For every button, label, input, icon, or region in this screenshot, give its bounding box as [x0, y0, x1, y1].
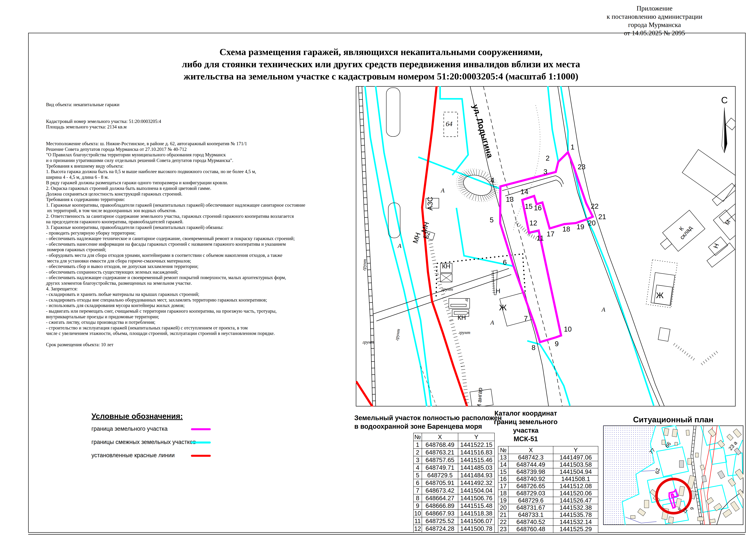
description-line [46, 336, 352, 342]
vertex-number: 2 [546, 154, 550, 162]
description-line: Местоположение объекта: ш. Нижне-Ростинс… [46, 141, 352, 147]
coords-cell: 3 [414, 456, 422, 464]
legend-item-swatch [191, 455, 211, 457]
catalog-title-line: МСК-51 [483, 435, 568, 443]
north-label: С [721, 95, 728, 105]
coords-row: 14648744.491441503.58 [498, 461, 598, 468]
coords-col-header: № [414, 433, 422, 441]
coords-cell: 648705.91 [422, 479, 458, 487]
vertex-number: 6 [503, 258, 507, 266]
map-label: грунт [459, 330, 470, 335]
situational-plan-map: 66776223 а8129 [603, 426, 743, 525]
coords-cell: 648667.93 [422, 510, 458, 517]
coords-cell: 648729.5 [422, 471, 458, 479]
coords-cell: 1441503.58 [553, 461, 598, 468]
map-label: грунт [361, 259, 367, 271]
catalog-title-line: границ земельного [483, 418, 568, 426]
coords-cell: 648739.98 [508, 468, 553, 475]
description-line: места для установки емкости для сбора го… [46, 258, 352, 264]
description-line: - обеспечивать нанесение информации на ф… [46, 241, 352, 247]
coords-cell: 7 [414, 487, 422, 494]
coords-cell: 1441535.78 [553, 511, 598, 519]
coords-cell: 14 [498, 461, 508, 468]
map-label: 64 [446, 120, 452, 127]
description-line [46, 135, 352, 141]
annotation-line: Приложение [565, 4, 744, 13]
coords-cell: 17 [498, 483, 508, 490]
map-label: АЗС [426, 197, 434, 211]
coords-cell: 648742.3 [508, 454, 553, 461]
coords-row: 1648768.491441522.15 [414, 441, 495, 449]
map-label: М ангар [476, 387, 483, 407]
coords-cell: 648768.49 [422, 441, 458, 449]
description-line: 3. Гаражные кооперативы, правообладатели… [46, 225, 352, 230]
vertex-number: 1 [571, 143, 575, 151]
coords-cell: 648749.71 [422, 464, 458, 471]
map-label: Н [496, 287, 500, 295]
description-line: Решение Совета депутатов города Мурманск… [46, 147, 352, 152]
description-line: - проводить регулярную уборку территории… [46, 230, 352, 236]
coords-cell: 16 [498, 475, 508, 483]
description-line: Срок размещения объекта: 10 лет [46, 342, 352, 348]
description-line: и о признании утратившими силу отдельных… [46, 158, 352, 163]
coords-cell: 23 [498, 525, 508, 533]
coords-row: 12648724.281441500.78 [414, 525, 495, 532]
coords-cell: 648740.52 [508, 519, 553, 525]
description-line: 2. Окраска гаражных строений должна быть… [46, 185, 352, 191]
coords-row: 16648740.921441508.1 [498, 475, 598, 483]
coords-row: 21648733.11441535.78 [498, 511, 598, 519]
description-line: - обеспечивать сбор и вывоз отходов, не … [46, 264, 352, 269]
vertex-number: 18 [562, 225, 570, 233]
description-line: - оборудовать места для сбора отходов ур… [46, 253, 352, 258]
coords-row: 10648667.931441518.38 [414, 510, 495, 517]
coords-cell: 1441508.1 [553, 475, 598, 483]
coords-cell: 1441522.15 [458, 441, 495, 449]
coords-cell: 1441518.38 [458, 510, 495, 517]
map-label: Ж [499, 303, 507, 312]
coords-cell: 648760.48 [508, 525, 553, 533]
vertex-number: 16 [534, 204, 542, 212]
coords-cell: 19 [498, 497, 508, 504]
description-line: - использовать для складирования мусора … [46, 303, 352, 308]
vertex-number: 10 [564, 325, 572, 333]
description-line [46, 107, 352, 113]
coords-table-1: №XY1648768.491441522.152648763.211441516… [413, 433, 495, 533]
coords-row: 19648729.61441526.47 [498, 497, 598, 504]
coords-cell: 1441515.46 [458, 456, 495, 464]
description-line: 4. Запрещается: [46, 286, 352, 292]
vertex-number: 12 [529, 219, 537, 227]
coords-cell: 648673.42 [422, 487, 458, 494]
vertex-number: 8 [531, 344, 535, 352]
coords-row: 22648740.521441532.14 [498, 519, 598, 525]
description-line: - обеспечивать сохранность существующих … [46, 269, 352, 275]
map-label: КН [442, 263, 450, 270]
coords-cell: 648733.1 [508, 511, 553, 519]
description-line: Требования к содержанию территории: [46, 197, 352, 202]
coords-cell: 11 [414, 517, 422, 525]
coords-row: 18648729.031441520.06 [498, 490, 598, 497]
map-label: КН [458, 314, 466, 321]
vertex-number: 22 [591, 202, 599, 210]
coords-row: 9648666.891441515.48 [414, 502, 495, 510]
legend-item-swatch [191, 428, 211, 430]
map-label: ц [465, 296, 468, 302]
coords-row: 3648757.651441515.46 [414, 456, 495, 464]
coords-row: 20648731.671441532.38 [498, 504, 598, 511]
description-line: - обеспечивать надлежащее техническое и … [46, 236, 352, 241]
vertex-number: 15 [525, 202, 533, 210]
coords-row: 8648664.271441506.76 [414, 494, 495, 502]
vertex-number: 23 [578, 163, 585, 171]
coords-cell: 648731.67 [508, 504, 553, 511]
coords-row: 7648673.421441504.04 [414, 487, 495, 494]
coords-cell: 1441497.06 [553, 454, 598, 461]
annotation-line: города Мурманска [565, 21, 744, 29]
annotation-line: к постановлению администрации [565, 13, 744, 21]
coords-cell: 648724.28 [422, 525, 458, 532]
description-line [46, 130, 352, 135]
description-line [46, 113, 352, 119]
coords-cell: 1441526.47 [553, 497, 598, 504]
coords-cell: 648763.21 [422, 449, 458, 456]
coords-cell: 1441485.03 [458, 464, 495, 471]
coords-cell: 9 [414, 502, 422, 510]
coords-cell: 1441515.48 [458, 502, 495, 510]
